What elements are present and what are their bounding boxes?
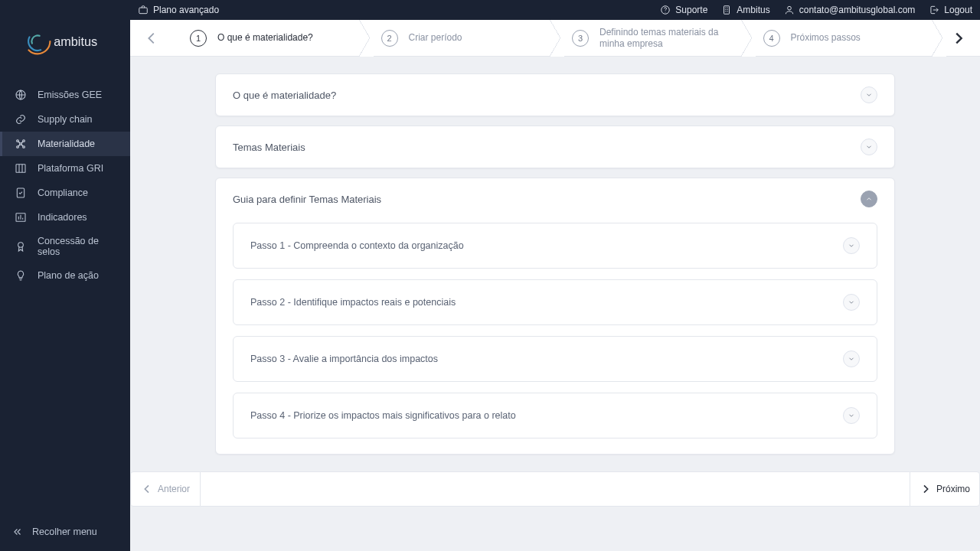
panel-header[interactable]: Guia para definir Temas Materiais <box>216 178 894 220</box>
svg-point-12 <box>18 243 24 248</box>
stepper: 1 O que é materialidade? 2 Criar período… <box>130 20 980 57</box>
collapse-menu-button[interactable]: Recolher menu <box>0 516 130 551</box>
guide-step-header[interactable]: Passo 2 - Identifique impactos reais e p… <box>234 280 877 324</box>
panel-header[interactable]: O que é materialidade? <box>216 74 894 116</box>
building-icon <box>721 5 732 15</box>
expand-toggle[interactable] <box>843 350 860 367</box>
step-number: 1 <box>190 30 207 47</box>
sidebar-item-label: Plano de ação <box>38 270 99 281</box>
svg-point-6 <box>17 146 19 148</box>
svg-rect-13 <box>139 8 148 14</box>
stepper-prev-button[interactable] <box>130 20 173 56</box>
expand-toggle[interactable] <box>861 139 877 155</box>
step-label: O que é materialidade? <box>217 32 313 44</box>
brand-name: ambitus <box>54 34 97 48</box>
logout-icon <box>929 5 939 15</box>
sidebar-item-materiality[interactable]: Materialidade <box>0 132 130 156</box>
step-number: 4 <box>763 30 780 47</box>
step-label: Criar período <box>409 32 462 44</box>
svg-point-2 <box>30 34 45 49</box>
top-link-label: Logout <box>944 5 972 15</box>
expand-toggle[interactable] <box>843 294 860 311</box>
stepper-next-button[interactable] <box>937 20 980 56</box>
chart-icon <box>15 211 27 223</box>
step-3[interactable]: 3 Definindo temas materiais da minha emp… <box>555 20 746 56</box>
panel-header[interactable]: Temas Materiais <box>216 126 894 168</box>
step-1[interactable]: 1 O que é materialidade? <box>173 20 364 56</box>
guide-step-title: Passo 2 - Identifique impactos reais e p… <box>250 297 456 308</box>
sidebar-nav: Emissões GEE Supply chain Materialidade … <box>0 83 130 288</box>
step-2[interactable]: 2 Criar período <box>364 20 556 56</box>
sidebar-item-actionplan[interactable]: Plano de ação <box>0 263 130 288</box>
nodes-icon <box>15 138 27 150</box>
briefcase-icon <box>138 5 149 15</box>
sidebar-item-label: Indicadores <box>38 212 87 223</box>
link-icon <box>15 113 27 126</box>
chevron-down-icon <box>865 143 873 151</box>
chevron-right-icon <box>950 30 967 47</box>
collapse-menu-label: Recolher menu <box>32 527 97 537</box>
svg-point-1 <box>25 30 49 54</box>
svg-rect-9 <box>16 165 25 173</box>
sidebar-item-indicators[interactable]: Indicadores <box>0 205 130 230</box>
columns-icon <box>15 162 27 174</box>
panel-material-themes: Temas Materiais <box>215 126 895 168</box>
chevrons-left-icon <box>12 527 23 537</box>
sidebar-item-compliance[interactable]: Compliance <box>0 181 130 205</box>
svg-point-7 <box>23 146 25 148</box>
chevron-right-icon <box>920 483 932 495</box>
expand-toggle[interactable] <box>861 86 877 103</box>
user-icon <box>784 5 795 15</box>
collapse-toggle[interactable] <box>861 191 877 207</box>
guide-step-title: Passo 4 - Priorize os impactos mais sign… <box>250 410 516 421</box>
guide-step-header[interactable]: Passo 1 - Compreenda o contexto da organ… <box>234 223 877 268</box>
sidebar-item-label: Concessão de selos <box>38 236 118 257</box>
panel-title: Guia para definir Temas Materiais <box>233 194 381 205</box>
bulb-icon <box>15 269 27 282</box>
chevron-up-icon <box>865 195 873 203</box>
step-number: 3 <box>572 30 589 47</box>
panel-title: O que é materialidade? <box>233 90 336 101</box>
chevron-left-icon <box>143 30 160 47</box>
expand-toggle[interactable] <box>843 407 860 424</box>
svg-point-4 <box>17 140 19 142</box>
top-link-label: contato@ambitusglobal.com <box>799 5 916 15</box>
panel-what-is-materiality: O que é materialidade? <box>215 73 895 116</box>
top-link-email[interactable]: contato@ambitusglobal.com <box>784 5 916 15</box>
svg-point-15 <box>665 11 666 12</box>
guide-step-3: Passo 3 - Avalie a importância dos impac… <box>233 336 877 382</box>
next-button[interactable]: Próximo <box>910 471 980 507</box>
chevron-down-icon <box>865 91 873 99</box>
prev-label: Anterior <box>158 484 190 494</box>
sidebar: ambitus Emissões GEE Supply chain Materi… <box>0 0 130 551</box>
help-icon <box>660 5 671 15</box>
top-link-label: Ambitus <box>737 5 769 15</box>
guide-step-1: Passo 1 - Compreenda o contexto da organ… <box>233 223 877 269</box>
guide-step-header[interactable]: Passo 4 - Priorize os impactos mais sign… <box>234 393 877 438</box>
sidebar-item-label: Materialidade <box>38 139 95 149</box>
top-link-logout[interactable]: Logout <box>929 5 972 15</box>
chevron-down-icon <box>848 298 855 306</box>
guide-step-header[interactable]: Passo 3 - Avalie a importância dos impac… <box>234 337 877 381</box>
top-link-org[interactable]: Ambitus <box>721 5 769 15</box>
step-label: Definindo temas materiais da minha empre… <box>599 27 724 50</box>
sidebar-item-seals[interactable]: Concessão de selos <box>0 230 130 263</box>
guide-step-title: Passo 1 - Compreenda o contexto da organ… <box>250 240 464 251</box>
prev-button[interactable]: Anterior <box>130 471 201 507</box>
sidebar-item-supply[interactable]: Supply chain <box>0 107 130 132</box>
sidebar-item-label: Supply chain <box>38 114 93 125</box>
footer-spacer <box>201 471 910 507</box>
chevron-left-icon <box>141 483 153 495</box>
sidebar-item-emissions[interactable]: Emissões GEE <box>0 83 130 107</box>
panel-title: Temas Materiais <box>233 142 305 153</box>
svg-point-5 <box>23 140 25 142</box>
svg-point-17 <box>787 6 791 10</box>
expand-toggle[interactable] <box>843 237 860 254</box>
chevron-down-icon <box>848 412 855 419</box>
globe-icon <box>15 89 27 101</box>
top-link-support[interactable]: Suporte <box>660 5 707 15</box>
sidebar-item-gri[interactable]: Plataforma GRI <box>0 156 130 181</box>
plan-badge: Plano avançado <box>138 5 219 15</box>
award-icon <box>15 240 27 253</box>
step-4[interactable]: 4 Próximos passos <box>746 20 938 56</box>
